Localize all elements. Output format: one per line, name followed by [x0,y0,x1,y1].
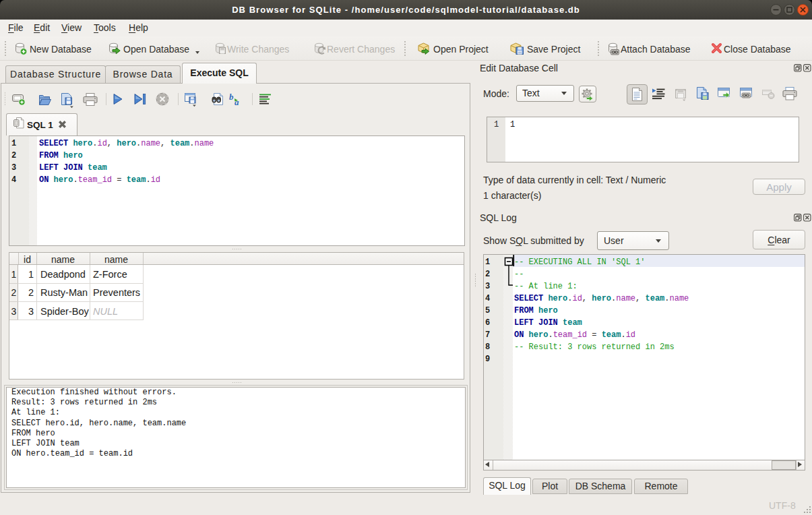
svg-text:a: a [235,97,239,107]
svg-text:b: b [229,92,234,102]
